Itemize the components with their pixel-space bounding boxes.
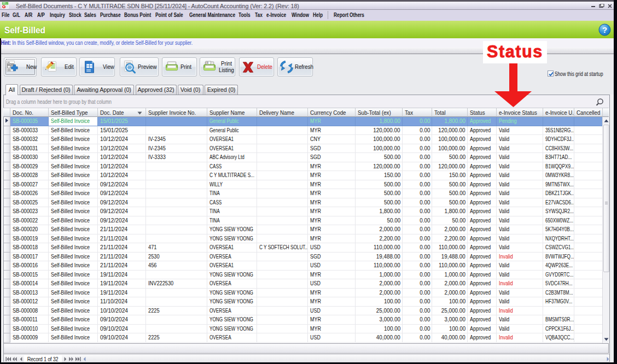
svg-text:?: ? <box>602 25 607 34</box>
svg-text:R: R <box>207 62 209 64</box>
